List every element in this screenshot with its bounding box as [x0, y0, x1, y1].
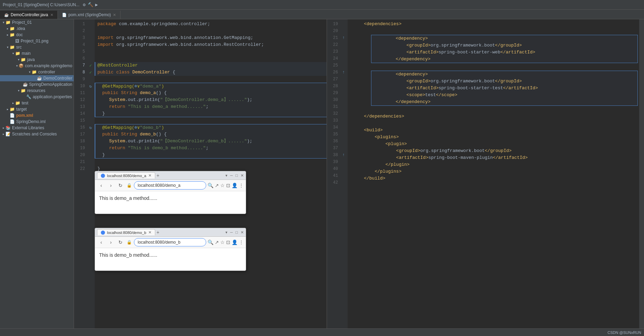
tab-demo-controller[interactable]: ☕ DemoController.java ✕	[0, 11, 58, 19]
main-layout: ▾ 📁 Project_01 ▸ 📁 .idea ▸ 📁 doc 🖼 Proje…	[0, 19, 644, 328]
xml-line-36: <plugin>	[350, 141, 639, 147]
browser-maximize-b[interactable]: □	[235, 230, 238, 235]
gutter-16: ↻	[88, 124, 93, 131]
browser-collapse-a[interactable]: ▾	[225, 173, 228, 178]
code-line-4: import org.springframework.web.bind.anno…	[95, 41, 327, 48]
rgutter-37	[341, 145, 346, 152]
rgutter-22	[341, 41, 346, 48]
ln-13: 13	[74, 103, 88, 110]
browser-tab-add-a[interactable]: +	[157, 173, 159, 178]
sidebar-item-appprops[interactable]: 🔧 application.properties	[0, 94, 74, 100]
sidebar-label-target: target	[16, 107, 27, 112]
browser-address-a[interactable]	[134, 181, 206, 190]
browser-forward-b[interactable]: ›	[107, 238, 115, 246]
sidebar-item-iml[interactable]: 📄 SpringDemo.iml	[0, 119, 74, 125]
share-icon-a[interactable]: ↗	[215, 183, 219, 188]
person-icon-a[interactable]: 👤	[232, 183, 237, 188]
rln-40: 40	[327, 165, 341, 172]
ln-11: 11	[74, 90, 88, 96]
xml-line-38: <artifactId>spring-boot-maven-plugin</ar…	[350, 154, 639, 161]
ln-4: 4	[74, 41, 88, 48]
run-icon[interactable]: ▶	[95, 2, 98, 8]
sidebar-item-extlibs[interactable]: ▸ 📚 External Libraries	[0, 125, 74, 131]
ln-3: 3	[74, 34, 88, 41]
sidebar-item-controller[interactable]: ▾ 📁 controller	[0, 69, 74, 75]
build-icon[interactable]: 🔨	[88, 2, 93, 8]
browser-close-b[interactable]: ✕	[241, 230, 244, 235]
browser-text-b: This is demo_b method......	[99, 252, 157, 258]
browser-collapse-b[interactable]: ▾	[225, 230, 228, 235]
browser-tab-close-a[interactable]: ✕	[148, 173, 151, 178]
top-bar: Project_01 [SpringDemo] C:\Users\SUN... …	[0, 0, 644, 10]
browser-tab-close-b[interactable]: ✕	[148, 230, 151, 235]
browser-tab-add-b[interactable]: +	[157, 230, 159, 235]
sidebar-item-package[interactable]: ▾ 📦 com.example.springdemo	[0, 63, 74, 69]
code-area-left[interactable]: 1 2 3 4 5 6 7 8 9 10 11 12 13 14	[74, 19, 327, 328]
xml-line-33	[350, 120, 639, 127]
menu-icon-a[interactable]: ⋮	[239, 183, 244, 188]
sidebar-item-java[interactable]: ▾ 📁 java	[0, 57, 74, 63]
sidebar-item-main[interactable]: ▾ 📁 main	[0, 50, 74, 57]
browser-back-a[interactable]: ‹	[97, 181, 105, 190]
arrow-icon: ▾	[1, 21, 6, 24]
zoom-icon-a[interactable]: 🔍	[208, 183, 213, 188]
settings-icon[interactable]: ⚙	[83, 2, 86, 8]
browser-back-b[interactable]: ‹	[97, 238, 105, 246]
code-area-right[interactable]: 19 20 21 22 23 24 25 26 27 28 29 30 31 3…	[327, 19, 644, 328]
browser-toolbar-a: ‹ › ↻ 🔒 🔍 ↗ ☆ ⊡ 👤 ⋮	[95, 180, 246, 191]
zoom-icon-b[interactable]: 🔍	[208, 240, 213, 245]
browser-maximize-a[interactable]: □	[235, 173, 238, 178]
star-icon-b[interactable]: ☆	[220, 240, 225, 245]
code-content-right[interactable]: <dependencies> <dependency> <groupId>	[348, 19, 639, 328]
sidebar-label-iml: SpringDemo.iml	[16, 119, 45, 124]
browser-address-b[interactable]	[134, 238, 206, 246]
browser-minimize-b[interactable]: ─	[230, 230, 233, 235]
code-line-6	[95, 55, 327, 62]
sidebar-label-project01: Project_01	[12, 20, 32, 25]
browser-minimize-a[interactable]: ─	[230, 173, 233, 178]
sidebar-label-package: com.example.springdemo	[25, 63, 72, 68]
share-icon-b[interactable]: ↗	[215, 240, 219, 245]
project-icon: 📁	[6, 20, 11, 25]
rgutter-20	[341, 28, 346, 34]
sidebar-label-pomxml: pom.xml	[16, 113, 33, 118]
split-icon-b[interactable]: ⊡	[226, 240, 230, 245]
split-icon-a[interactable]: ⊡	[226, 183, 230, 188]
sidebar-item-src[interactable]: ▾ 📁 src	[0, 44, 74, 50]
sidebar-item-test[interactable]: ▸ 📁 test	[0, 100, 74, 106]
tab-demo-controller-close[interactable]: ✕	[50, 13, 53, 17]
browser-close-a[interactable]: ✕	[241, 173, 244, 178]
status-bar: CSDN @SUNxRUN	[0, 328, 644, 336]
sidebar-item-idea[interactable]: ▸ 📁 .idea	[0, 26, 74, 32]
ln-7: 7	[74, 62, 88, 69]
sidebar-item-scratches[interactable]: ▸ 📝 Scratches and Consoles	[0, 131, 74, 137]
folder-icon: 📁	[15, 51, 20, 56]
browser-tab-b[interactable]: localhost:8080/demo_b ✕	[97, 229, 155, 235]
browser-refresh-a[interactable]: ↻	[116, 181, 125, 190]
favicon-a	[101, 174, 105, 178]
xml-line-32: </dependencies>	[350, 113, 639, 120]
tab-pom-xml-close[interactable]: ✕	[113, 13, 116, 17]
dependency-box-2: <dependency> <groupId>org.springframewor…	[371, 71, 638, 106]
browser-forward-a[interactable]: ›	[107, 181, 115, 190]
sidebar-item-target[interactable]: ▸ 📁 target	[0, 106, 74, 112]
sidebar-item-democontroller[interactable]: ☕ DemoController	[0, 75, 74, 81]
sidebar-item-doc[interactable]: ▸ 📁 doc	[0, 32, 74, 38]
browser-tab-a[interactable]: localhost:8080/demo_a ✕	[97, 172, 155, 179]
sidebar-item-springdemoapp[interactable]: ☕ SpringDemoApplication	[0, 81, 74, 88]
code-line-3: import org.springframework.web.bind.anno…	[95, 34, 327, 41]
browser-refresh-b[interactable]: ↻	[116, 238, 125, 246]
sidebar-item-pomxml[interactable]: 📄 pom.xml	[0, 112, 74, 119]
sidebar-item-png[interactable]: 🖼 Project_01.png	[0, 38, 74, 44]
person-icon-b[interactable]: 👤	[232, 240, 237, 245]
sidebar-item-resources[interactable]: ▾ 📁 resources	[0, 88, 74, 94]
ln-1: 1	[74, 21, 88, 28]
star-icon-a[interactable]: ☆	[220, 183, 225, 188]
rln-39: 39	[327, 159, 341, 165]
menu-icon-b[interactable]: ⋮	[239, 240, 244, 245]
code-line-17: public String demo_b() {	[95, 131, 327, 138]
sidebar-item-project01[interactable]: ▾ 📁 Project_01	[0, 19, 74, 26]
tab-pom-xml[interactable]: 📄 pom.xml (SpringDemo) ✕	[58, 11, 120, 19]
xml-line-37: <groupId>org.springframework.boot</group…	[350, 147, 639, 154]
gutter-21	[88, 159, 93, 165]
